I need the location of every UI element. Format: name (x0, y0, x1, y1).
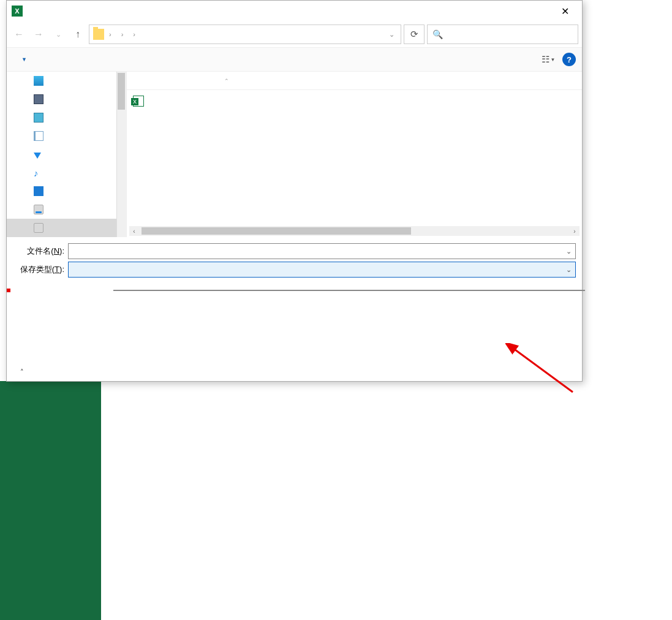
scroll-thumb[interactable] (142, 227, 411, 235)
col-date[interactable] (324, 72, 433, 89)
filename-label: 文件名(N): (13, 246, 64, 257)
tree-3d-objects[interactable] (7, 72, 126, 90)
sidebar-options[interactable] (0, 535, 101, 553)
xls-file-icon (133, 96, 144, 107)
tree-drive-c[interactable] (7, 200, 126, 219)
folder-tree[interactable]: ♪ ⌄ (7, 72, 126, 237)
sidebar-close[interactable] (0, 398, 101, 415)
form-area: 文件名(N): ⌄ 保存类型(T): ⌄ (7, 237, 582, 289)
address-bar[interactable]: › › › ⌄ (89, 25, 401, 44)
chevron-right-icon[interactable]: › (119, 31, 126, 38)
nav-bar: ← → ⌄ ↑ › › › ⌄ ⟳ 🔍 (7, 21, 582, 47)
chevron-down-icon[interactable]: ⌄ (387, 31, 397, 39)
excel-icon: X (12, 6, 23, 17)
savetype-label: 保存类型(T): (13, 264, 64, 275)
savetype-dropdown[interactable] (113, 290, 585, 291)
tree-drive-d[interactable]: ⌄ (7, 219, 126, 237)
refresh-icon[interactable]: ⟳ (404, 25, 425, 44)
organize-button[interactable]: ▼ (13, 54, 33, 65)
desktop-icon (34, 186, 43, 196)
sort-asc-icon: ⌃ (224, 78, 229, 84)
chevron-down-icon[interactable]: ⌄ (566, 266, 572, 274)
document-icon (34, 131, 43, 141)
video-icon (34, 94, 43, 104)
chevron-right-icon[interactable]: › (130, 31, 138, 38)
nav-back-icon[interactable]: ← (10, 26, 28, 43)
search-input[interactable]: 🔍 (427, 25, 578, 44)
tree-scrollbar[interactable] (116, 72, 126, 237)
folder-icon (93, 29, 104, 40)
dialog-titlebar: X ✕ (7, 1, 582, 21)
sidebar-feedback[interactable] (0, 518, 101, 535)
chevron-up-icon: ˄ (20, 368, 24, 376)
list-header: ⌃ (127, 72, 582, 90)
col-type[interactable] (433, 72, 525, 89)
drive-icon (34, 223, 43, 233)
savetype-input[interactable]: ⌄ (68, 262, 576, 278)
help-icon[interactable]: ? (562, 53, 576, 66)
excel-backstage-sidebar (0, 381, 101, 620)
tree-music[interactable]: ♪ (7, 164, 126, 182)
tree-videos[interactable] (7, 90, 126, 108)
author-label (13, 280, 64, 282)
chevron-right-icon[interactable]: › (107, 31, 114, 38)
search-icon: 🔍 (432, 29, 443, 39)
tree-pictures[interactable] (7, 108, 126, 127)
view-mode-icon[interactable]: ☷▼ (539, 53, 557, 66)
tree-desktop[interactable] (7, 182, 126, 200)
save-as-dialog: X ✕ ← → ⌄ ↑ › › › ⌄ ⟳ 🔍 ▼ (6, 0, 583, 382)
close-icon[interactable]: ✕ (553, 2, 577, 20)
sidebar-account[interactable] (0, 501, 101, 518)
col-size[interactable] (525, 72, 564, 89)
download-icon (34, 153, 41, 159)
nav-forward-icon: → (30, 26, 47, 43)
tree-downloads[interactable] (7, 145, 126, 164)
hide-folders-toggle[interactable]: ˄ (20, 368, 28, 376)
chevron-down-icon[interactable]: ⌄ (566, 248, 572, 255)
file-list[interactable]: ⌃ ‹ › (127, 72, 582, 237)
filename-input[interactable]: ⌄ (68, 243, 576, 259)
nav-recent-caret-icon[interactable]: ⌄ (50, 26, 67, 43)
toolbar: ▼ ☷▼ ? (7, 47, 582, 72)
annotation-highlight-box (7, 289, 10, 292)
col-name[interactable]: ⌃ (127, 72, 324, 89)
scroll-right-icon[interactable]: › (570, 226, 580, 236)
nav-up-icon[interactable]: ↑ (69, 26, 86, 43)
sidebar-publish[interactable] (0, 381, 101, 398)
music-icon: ♪ (34, 168, 39, 178)
3d-icon (34, 76, 43, 86)
picture-icon (34, 113, 43, 123)
chevron-down-icon: ▼ (21, 56, 27, 62)
drive-icon (34, 205, 43, 214)
tree-documents[interactable] (7, 127, 126, 145)
scroll-left-icon[interactable]: ‹ (129, 226, 139, 236)
new-folder-button[interactable] (33, 57, 45, 62)
file-row[interactable] (127, 90, 582, 112)
list-h-scrollbar[interactable]: ‹ › (129, 226, 580, 236)
